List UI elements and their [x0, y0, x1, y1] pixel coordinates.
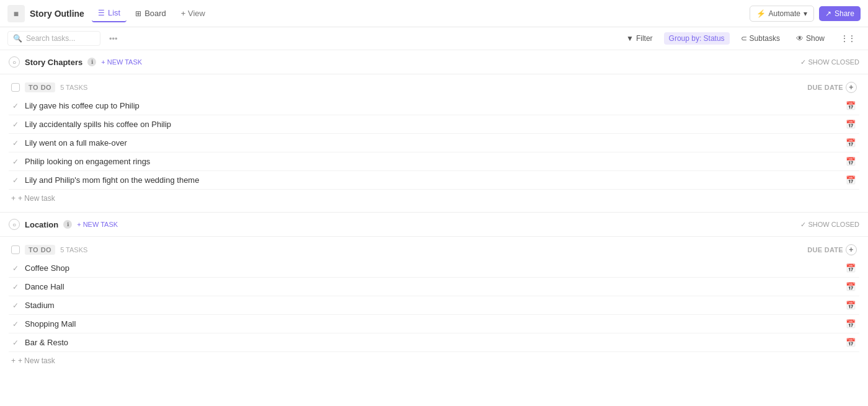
more-toolbar-btn[interactable]: ⋮⋮	[836, 32, 861, 45]
new-task-label: + New task	[18, 194, 55, 203]
check-icon: ✓	[11, 139, 20, 148]
tab-board[interactable]: ⊞ Board	[129, 5, 172, 22]
show-closed-label: SHOW CLOSED	[808, 58, 859, 66]
table-row[interactable]: ✓ Dance Hall 📅	[9, 278, 859, 296]
section-story-chapters-new-task[interactable]: + NEW TASK	[101, 58, 142, 66]
check-icon: ✓	[11, 102, 20, 110]
logo-icon: ■	[14, 9, 19, 19]
filter-button[interactable]: ▼ Filter	[621, 32, 658, 45]
section-story-chapters-title: Story Chapters	[25, 58, 82, 67]
check-icon: ✓	[11, 264, 20, 273]
add-column-btn[interactable]: +	[846, 82, 857, 93]
task-text: Bar & Resto	[25, 338, 839, 347]
add-column-btn[interactable]: +	[846, 244, 857, 255]
toolbar: 🔍 Search tasks... ••• ▼ Filter Group by:…	[0, 27, 868, 50]
new-task-inline-btn[interactable]: + + New task	[9, 190, 859, 207]
tab-list[interactable]: ☰ List	[92, 4, 126, 22]
new-task-inline-btn[interactable]: + + New task	[9, 352, 859, 369]
section-location-info[interactable]: ℹ	[63, 220, 72, 229]
status-group-checkbox[interactable]	[11, 83, 20, 92]
task-text: Lily went on a full make-over	[25, 138, 839, 148]
table-row[interactable]: ✓ Lily and Philip's mom fight on the wed…	[9, 171, 859, 190]
chevron-down-icon: ▾	[804, 9, 807, 18]
calendar-icon: 📅	[844, 301, 857, 310]
group-by-label: Group by: Status	[669, 34, 725, 43]
show-closed-location[interactable]: ✓ SHOW CLOSED	[800, 221, 859, 229]
section-location-header: ○ Location ℹ + NEW TASK ✓ SHOW CLOSED	[0, 213, 868, 237]
nav-logo: ■	[7, 5, 25, 22]
table-row[interactable]: ✓ Lily accidentally spills his coffee on…	[9, 115, 859, 134]
check-icon: ✓	[11, 320, 20, 329]
board-icon: ⊞	[135, 9, 141, 18]
collapse-story-chapters-btn[interactable]: ○	[9, 56, 20, 68]
calendar-icon: 📅	[844, 138, 857, 148]
filter-icon: ▼	[626, 34, 634, 43]
plus-icon: +	[11, 356, 16, 365]
main-content: ○ Story Chapters ℹ + NEW TASK ✓ SHOW CLO…	[0, 50, 868, 369]
show-icon: 👁	[796, 34, 804, 43]
task-text: Shopping Mall	[25, 319, 839, 329]
check-icon: ✓	[800, 221, 806, 229]
group-by-button[interactable]: Group by: Status	[664, 32, 730, 45]
more-options-btn[interactable]: •••	[105, 33, 122, 45]
table-row[interactable]: ✓ Bar & Resto 📅	[9, 333, 859, 352]
check-icon: ✓	[11, 157, 20, 166]
new-task-label: + New task	[18, 356, 55, 365]
subtasks-button[interactable]: ⊂ Subtasks	[736, 32, 785, 45]
search-box[interactable]: 🔍 Search tasks...	[7, 31, 100, 46]
nav-title: Story Outline	[30, 9, 84, 19]
share-label: Share	[835, 9, 854, 18]
list-icon: ☰	[98, 9, 105, 17]
table-row[interactable]: ✓ Stadium 📅	[9, 296, 859, 315]
check-icon: ✓	[800, 58, 806, 66]
automate-button[interactable]: ⚡ Automate ▾	[750, 6, 814, 22]
status-group-story-todo-header: TO DO 5 TASKS DUE DATE +	[9, 78, 859, 97]
calendar-icon: 📅	[844, 157, 857, 166]
section-location-title: Location	[25, 220, 58, 229]
subtasks-label: Subtasks	[750, 34, 780, 43]
check-icon: ✓	[11, 338, 20, 347]
table-row[interactable]: ✓ Lily gave his coffee cup to Philip 📅	[9, 97, 859, 115]
table-row[interactable]: ✓ Coffee Shop 📅	[9, 259, 859, 278]
status-count: 5 TASKS	[60, 246, 87, 254]
section-story-chapters-header: ○ Story Chapters ℹ + NEW TASK ✓ SHOW CLO…	[0, 50, 868, 74]
search-placeholder: Search tasks...	[26, 34, 75, 43]
status-count: 5 TASKS	[60, 84, 87, 91]
task-text: Lily gave his coffee cup to Philip	[25, 101, 839, 110]
status-group-checkbox[interactable]	[11, 245, 20, 254]
task-text: Philip looking on engagement rings	[25, 157, 839, 166]
table-row[interactable]: ✓ Philip looking on engagement rings 📅	[9, 152, 859, 171]
show-closed-story-chapters[interactable]: ✓ SHOW CLOSED	[800, 58, 859, 66]
top-nav: ■ Story Outline ☰ List ⊞ Board + View ⚡ …	[0, 0, 868, 27]
add-view-label: + View	[181, 9, 205, 18]
more-icon: ⋮⋮	[841, 34, 856, 43]
share-button[interactable]: ↗ Share	[819, 6, 861, 21]
filter-label: Filter	[636, 34, 653, 43]
check-icon: ✓	[11, 120, 20, 129]
show-label: Show	[806, 34, 825, 43]
check-icon: ✓	[11, 176, 20, 185]
tab-board-label: Board	[144, 9, 166, 18]
status-group-location-todo: TO DO 5 TASKS DUE DATE + ✓ Coffee Shop 📅…	[9, 241, 859, 369]
collapse-location-btn[interactable]: ○	[9, 219, 20, 230]
status-group-location-todo-header: TO DO 5 TASKS DUE DATE +	[9, 241, 859, 259]
section-location-new-task[interactable]: + NEW TASK	[77, 221, 118, 228]
show-button[interactable]: 👁 Show	[791, 32, 830, 45]
status-label: TO DO	[25, 82, 55, 92]
section-location: ○ Location ℹ + NEW TASK ✓ SHOW CLOSED TO…	[0, 213, 868, 369]
status-group-story-todo: TO DO 5 TASKS DUE DATE + ✓ Lily gave his…	[9, 78, 859, 207]
section-story-chapters-info[interactable]: ℹ	[87, 58, 96, 66]
tab-list-label: List	[108, 8, 120, 17]
toolbar-right: ▼ Filter Group by: Status ⊂ Subtasks 👁 S…	[621, 32, 861, 45]
subtasks-icon: ⊂	[741, 34, 747, 43]
calendar-icon: 📅	[844, 175, 857, 185]
show-closed-label: SHOW CLOSED	[808, 221, 859, 228]
table-row[interactable]: ✓ Shopping Mall 📅	[9, 315, 859, 333]
due-date-column-header: DUE DATE +	[807, 244, 857, 255]
add-view-btn[interactable]: + View	[175, 5, 211, 22]
automate-icon: ⚡	[756, 9, 766, 18]
section-story-chapters: ○ Story Chapters ℹ + NEW TASK ✓ SHOW CLO…	[0, 50, 868, 207]
table-row[interactable]: ✓ Lily went on a full make-over 📅	[9, 134, 859, 152]
calendar-icon: 📅	[844, 120, 857, 129]
share-icon: ↗	[825, 9, 831, 18]
